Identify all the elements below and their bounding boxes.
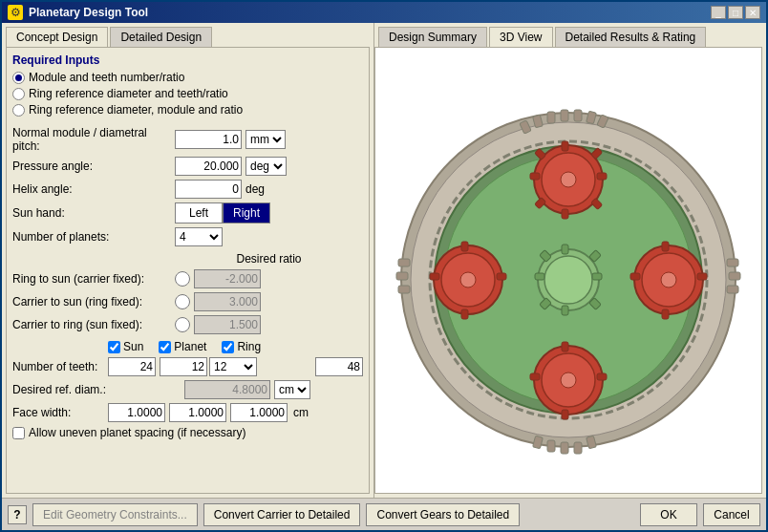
maximize-button[interactable]: □ [728, 6, 743, 19]
svg-rect-62 [697, 273, 707, 280]
svg-point-57 [460, 272, 476, 287]
tab-concept-design[interactable]: Concept Design [6, 27, 108, 47]
radio-ring-ref-teeth[interactable]: Ring reference diameter and teeth/ratio [12, 87, 363, 100]
carrier-to-sun-label: Carrier to sun (ring fixed): [12, 295, 175, 309]
pressure-angle-unit-container: deg [245, 157, 279, 176]
carrier-to-ring-row: Carrier to ring (sun fixed): [12, 315, 363, 334]
radio-module-teeth[interactable]: Module and teeth number/ratio [12, 71, 363, 84]
tab-detailed-design[interactable]: Detailed Design [110, 27, 212, 47]
radio-group-inputs: Module and teeth number/ratio Ring refer… [12, 71, 363, 117]
window-controls: _ □ ✕ [711, 6, 760, 19]
planet-checkbox-label: Planet [174, 340, 206, 353]
planet-face-input[interactable] [169, 403, 226, 422]
planet-checkbox[interactable] [159, 341, 171, 353]
3d-view-content [374, 47, 762, 494]
bottom-bar: ? Edit Geometry Constraints... Convert C… [2, 498, 766, 530]
sun-checkbox-item[interactable]: Sun [108, 340, 143, 353]
ring-checkbox[interactable] [222, 341, 234, 353]
ring-face-input[interactable] [230, 403, 288, 422]
svg-point-50 [561, 372, 576, 388]
helix-angle-input[interactable] [175, 180, 242, 199]
sun-checkbox-label: Sun [123, 340, 143, 353]
normal-module-input[interactable] [175, 130, 242, 149]
svg-rect-47 [530, 373, 540, 380]
ok-cancel-area: OK Cancel [640, 503, 760, 526]
pressure-angle-unit-select[interactable]: deg [245, 157, 287, 176]
close-button[interactable]: ✕ [745, 6, 760, 19]
sun-hand-row: Sun hand: Left Right [12, 202, 363, 223]
allow-uneven-row: Allow uneven planet spacing (if necessar… [12, 426, 363, 439]
tab-3d-view[interactable]: 3D View [489, 27, 552, 47]
carrier-to-sun-input[interactable] [194, 292, 261, 311]
svg-point-43 [561, 172, 576, 187]
svg-rect-3 [547, 112, 555, 123]
svg-rect-55 [497, 273, 506, 280]
left-hand-button[interactable]: Left [175, 202, 223, 223]
svg-rect-54 [430, 273, 439, 280]
num-planets-label: Number of planets: [12, 230, 175, 244]
diam-label: Desired ref. diam.: [12, 383, 108, 396]
svg-rect-37 [597, 173, 607, 180]
normal-module-row: Normal module / diametral pitch: mm [12, 126, 363, 153]
help-icon[interactable]: ? [8, 505, 27, 524]
title-bar: ⚙ Planetary Design Tool _ □ ✕ [2, 2, 766, 23]
main-content: Concept Design Detailed Design Required … [2, 23, 766, 498]
ring-to-sun-label: Ring to sun (carrier fixed): [12, 272, 175, 286]
normal-module-label: Normal module / diametral pitch: [12, 126, 175, 153]
carrier-to-sun-radio[interactable] [175, 294, 190, 309]
ring-checkbox-label: Ring [237, 340, 261, 353]
svg-rect-9 [561, 442, 568, 454]
carrier-to-ring-radio[interactable] [175, 317, 190, 332]
convert-carrier-button[interactable]: Convert Carrier to Detailed [203, 503, 361, 526]
ring-to-sun-input[interactable] [194, 269, 261, 288]
svg-rect-35 [562, 209, 568, 219]
radio-ring-ref-module[interactable]: Ring reference diameter, module and rati… [12, 103, 363, 117]
carrier-to-ring-input[interactable] [194, 315, 261, 334]
pressure-angle-row: Pressure angle: deg [12, 157, 363, 176]
svg-rect-10 [547, 440, 555, 452]
allow-uneven-checkbox[interactable] [12, 427, 25, 439]
edit-geometry-button[interactable]: Edit Geometry Constraints... [32, 503, 198, 526]
svg-rect-25 [562, 306, 568, 315]
svg-rect-14 [396, 272, 408, 280]
carrier-to-ring-label: Carrier to ring (sun fixed): [12, 318, 175, 331]
svg-rect-34 [562, 141, 568, 151]
svg-rect-48 [597, 373, 607, 380]
diam-input[interactable] [184, 380, 270, 399]
svg-rect-46 [562, 410, 568, 419]
allow-uneven-label: Allow uneven planet spacing (if necessar… [29, 426, 245, 439]
radio-circle-1 [12, 72, 25, 84]
svg-rect-53 [461, 309, 468, 319]
num-planets-select[interactable]: 4 3 5 [175, 227, 223, 246]
svg-rect-17 [729, 272, 740, 280]
radio-circle-3 [12, 104, 25, 117]
ring-checkbox-item[interactable]: Ring [222, 340, 261, 353]
ring-to-sun-radio[interactable] [175, 271, 190, 287]
sun-teeth-input[interactable] [108, 357, 156, 376]
sun-face-input[interactable] [108, 403, 165, 422]
face-width-unit: cm [293, 406, 309, 419]
tab-detailed-results[interactable]: Detailed Results & Rating [555, 27, 707, 47]
left-tabs: Concept Design Detailed Design [2, 23, 373, 47]
right-hand-button[interactable]: Right [223, 202, 270, 223]
sun-checkbox[interactable] [108, 341, 120, 353]
normal-module-unit-select[interactable]: mm [245, 130, 286, 149]
app-icon: ⚙ [8, 5, 23, 20]
svg-rect-59 [662, 242, 669, 251]
convert-gears-button[interactable]: Convert Gears to Detailed [366, 503, 520, 526]
svg-rect-16 [398, 286, 410, 293]
svg-rect-4 [574, 110, 582, 121]
planet-checkbox-item[interactable]: Planet [159, 340, 206, 353]
normal-module-unit-container: mm [245, 130, 279, 149]
pressure-angle-input[interactable] [175, 157, 242, 176]
ok-button[interactable]: OK [640, 503, 697, 526]
right-panel: Design Summary 3D View Detailed Results … [374, 23, 766, 498]
minimize-button[interactable]: _ [711, 6, 726, 19]
tab-design-summary[interactable]: Design Summary [378, 27, 487, 47]
ring-teeth-input[interactable] [315, 357, 363, 376]
planet-teeth-select[interactable]: 12 [209, 357, 257, 376]
pressure-angle-label: Pressure angle: [12, 160, 175, 173]
cancel-button[interactable]: Cancel [703, 503, 760, 526]
planet-teeth-input[interactable] [160, 357, 207, 376]
diam-unit-select[interactable]: cm [274, 380, 310, 399]
